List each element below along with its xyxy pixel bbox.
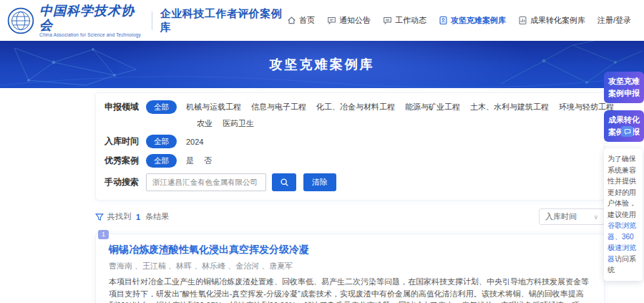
count-value: 1 [136,213,140,221]
result-title-link[interactable]: 铜锡冶炼废渣酸性氧化浸出真空挥发分级冷凝 [109,244,591,256]
count-suffix: 条结果 [145,211,169,222]
helper-widget-icon[interactable] [621,126,633,137]
year-option[interactable]: 2024 [186,138,203,146]
nav-item-achievement-library[interactable]: 成果转化案例库 [518,15,585,26]
domain-options: 机械与运载工程 信息与电子工程 化工、冶金与材料工程 能源与矿业工程 土木、水利… [186,102,614,112]
year-options: 2024 [186,138,203,146]
count-prefix: 共找到 [107,211,131,222]
notice-text: 为了确保系统兼容性并提供更好的用户体验，建议使用 [608,155,636,218]
site-title: 企业科技工作者评价案例库 [160,7,287,34]
achievement-library-icon [518,16,527,25]
top-header: 中国科学技术协会 China Association for Science a… [0,0,644,41]
filter-row-year: 入库时间 全部 2024 [104,135,595,148]
apply-case-line2: 案例申报 [608,89,640,97]
apply-case-line1: 攻坚克难 [608,77,640,85]
domain-all-pill[interactable]: 全部 [146,100,177,114]
results-bar: 共找到 1 条结果 入库时间 ∨ [95,208,605,225]
search-input[interactable] [146,173,266,191]
nav-item-home[interactable]: 首页 [287,15,315,26]
main-nav: 首页 通知公告 工作动态 攻坚克难案例库 [287,15,631,26]
nav-item-work-updates[interactable]: 工作动态 [383,15,426,26]
result-description: 本项目针对冶金工业产生的铜锡冶炼废渣处置难、回收率低、易产生二次污染等问题，在国… [109,276,591,303]
browser360-link-tail[interactable]: 器 [608,255,615,263]
domain-option[interactable]: 信息与电子工程 [251,102,306,112]
nav-item-announcements[interactable]: 通知公告 [327,15,371,26]
excellent-option-no[interactable]: 否 [204,155,212,166]
nav-item-case-library[interactable]: 攻坚克难案例库 [439,15,506,26]
domain-option[interactable]: 医药卫生 [223,118,254,129]
result-index-badge: 1 [98,230,109,239]
excellent-option-yes[interactable]: 是 [186,155,194,166]
search-button[interactable] [272,173,296,191]
cast-logo-icon [7,7,34,34]
logo-subtitle: China Association for Science and Techno… [39,32,143,37]
chevron-down-icon: ∨ [593,213,598,221]
domain-option[interactable]: 化工、冶金与材料工程 [316,102,395,112]
nav-label: 成果转化案例库 [530,15,585,26]
year-all-pill[interactable]: 全部 [146,135,177,148]
brand-divider [152,11,152,30]
nav-label: 通知公告 [339,15,371,26]
domain-option[interactable]: 能源与矿业工程 [405,102,460,112]
filter-row-search: 手动搜索 清除 [104,173,595,191]
home-icon [287,16,296,25]
filter-panel: 申报领域 全部 机械与运载工程 信息与电子工程 化工、冶金与材料工程 能源与矿业… [95,92,605,201]
chat-bubble-icon [624,128,631,135]
nav-label: 注册/登录 [597,15,631,26]
domain-options-row2: 农业 医药卫生 [197,118,595,129]
nav-label: 工作动态 [395,15,426,26]
excellent-options: 是 否 [186,155,212,166]
browser-notice: 为了确保系统兼容性并提供更好的用户体验，建议使用谷歌浏览器、360极速浏览器访问… [604,148,643,281]
filter-label: 优秀案例 [104,155,146,167]
filter-label: 手动搜索 [104,176,146,188]
filter-row-domain: 申报领域 全部 机械与运载工程 信息与电子工程 化工、冶金与材料工程 能源与矿业… [104,100,595,114]
result-authors: 曹海南 、王江楠 、林晖 、林乐峰 、金治河 、唐夏军 [109,261,591,271]
news-icon [383,16,392,25]
result-card: 1 铜锡冶炼废渣酸性氧化浸出真空挥发分级冷凝 曹海南 、王江楠 、林晖 、林乐峰… [95,234,605,303]
results-count: 共找到 1 条结果 [95,211,169,222]
filter-funnel-icon [95,213,104,221]
filter-row-excellent: 优秀案例 全部 是 否 [104,154,595,168]
filter-label: 申报领域 [104,101,146,113]
brand-area: 中国科学技术协会 China Association for Science a… [7,4,287,38]
nav-item-register-login[interactable]: 注册/登录 [597,15,631,26]
logo-title: 中国科学技术协会 [39,4,143,32]
sort-label: 入库时间 [545,211,577,222]
domain-option[interactable]: 土木、水利与建筑工程 [470,102,549,112]
nav-label: 攻坚克难案例库 [451,15,506,26]
excellent-all-pill[interactable]: 全部 [146,154,177,168]
main-content: 申报领域 全部 机械与运载工程 信息与电子工程 化工、冶金与材料工程 能源与矿业… [95,92,605,303]
apply-achievement-line1: 成果转化 [608,115,640,124]
sort-select[interactable]: 入库时间 ∨ [539,208,605,225]
logo-text: 中国科学技术协会 China Association for Science a… [39,4,143,38]
filter-label: 入库时间 [104,135,146,148]
clear-button[interactable]: 清除 [303,173,336,191]
announcement-icon [327,16,336,25]
case-library-icon [439,16,448,25]
domain-option[interactable]: 机械与运载工程 [186,102,241,112]
banner-title: 攻坚克难案例库 [0,41,644,88]
domain-option[interactable]: 农业 [197,118,213,129]
page-banner: 攻坚克难案例库 [0,41,644,88]
nav-label: 首页 [299,15,315,26]
search-icon [280,178,289,187]
apply-case-button[interactable]: 攻坚克难 案例申报 [604,72,644,103]
side-floating-panel: 攻坚克难 案例申报 成果转化 案例申报 为了确保系统兼容性并提供更好的用户体验，… [602,72,644,281]
